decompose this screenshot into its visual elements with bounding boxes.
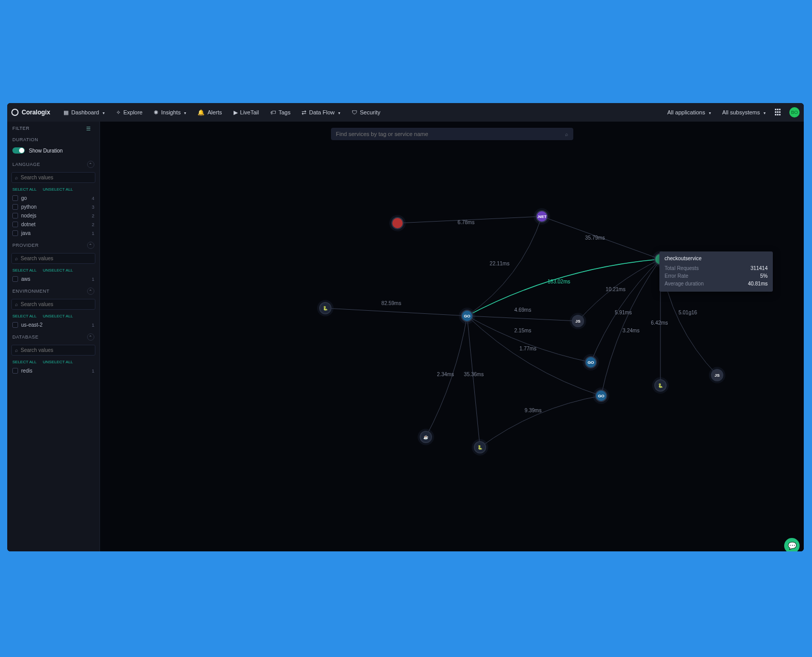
apps-grid-button[interactable] [772, 106, 785, 119]
edge-latency-label: 35.79ms [585, 235, 605, 241]
nav-security[interactable]: 🛡 Security [346, 106, 386, 119]
database-search[interactable]: ⌕ [11, 345, 95, 356]
checkbox-icon[interactable] [12, 230, 18, 236]
graph-node[interactable]: 🐍 [654, 379, 667, 392]
tooltip-row: Error Rate5% [665, 272, 768, 280]
language-item[interactable]: go4 [7, 194, 100, 203]
edge-latency-label: 22.11ms [490, 261, 509, 266]
provider-search[interactable]: ⌕ [11, 253, 95, 264]
checkbox-icon[interactable] [12, 276, 18, 282]
flow-icon: ⇄ [302, 109, 306, 116]
graph-node[interactable]: GO [461, 310, 473, 322]
user-avatar[interactable]: BO [789, 107, 800, 117]
language-item[interactable]: java1 [7, 229, 100, 238]
database-label: redis [21, 368, 32, 374]
brand[interactable]: Coralogix [11, 109, 50, 116]
show-duration-label: Show Duration [29, 148, 63, 154]
language-count: 2 [92, 222, 94, 227]
database-unselect-all[interactable]: UNSELECT ALL [43, 360, 73, 364]
graph-node[interactable] [391, 217, 404, 229]
language-count: 3 [92, 205, 94, 210]
grid-icon: ▦ [63, 109, 69, 116]
collapse-icon[interactable]: ⌃ [87, 242, 94, 249]
graph-node[interactable]: 🐍 [474, 441, 486, 453]
provider-unselect-all[interactable]: UNSELECT ALL [43, 268, 73, 273]
language-select-all[interactable]: SELECT ALL [12, 187, 37, 192]
graph-edge [467, 316, 578, 321]
environment-heading: ENVIRONMENT [12, 289, 49, 294]
database-select-all[interactable]: SELECT ALL [12, 360, 37, 364]
nav-tags[interactable]: 🏷 Tags [265, 106, 295, 119]
chat-fab[interactable]: 💬 [784, 538, 800, 551]
checkbox-icon[interactable] [12, 213, 18, 218]
graph-node[interactable]: JS [711, 369, 723, 381]
environment-search[interactable]: ⌕ [11, 299, 95, 310]
graph-node[interactable]: GO [595, 390, 607, 402]
play-icon: ▶ [234, 109, 238, 116]
graph-node[interactable]: .NET [536, 210, 548, 223]
nav-alerts[interactable]: 🔔 Alerts [192, 106, 227, 119]
tag-icon: 🏷 [270, 109, 276, 115]
graph-node[interactable]: 🐍 [319, 302, 332, 314]
graph-node[interactable]: GO [585, 356, 597, 368]
chevron-down-icon [708, 109, 711, 115]
subsystems-dropdown[interactable]: All subsystems [717, 106, 771, 119]
collapse-icon[interactable]: ⌃ [87, 333, 94, 341]
tooltip-row: Total Requests311414 [665, 264, 768, 272]
edge-latency-label: 9.39ms [525, 408, 542, 413]
edge-latency-label: 2.15ms [515, 328, 532, 333]
filter-sidebar: FILTER DURATION Show Duration LANGUAGE ⌃… [7, 122, 100, 551]
collapse-icon[interactable]: ⌃ [87, 161, 94, 168]
language-item[interactable]: dotnet2 [7, 220, 100, 229]
language-item[interactable]: nodejs2 [7, 211, 100, 220]
edge-latency-label: 5.91ms [615, 310, 632, 315]
search-icon: ⌕ [15, 175, 18, 180]
applications-dropdown[interactable]: All applications [662, 106, 716, 119]
nav-insights[interactable]: ✺ Insights [148, 106, 191, 119]
filter-collapse-icon[interactable] [86, 126, 94, 131]
language-search[interactable]: ⌕ [11, 172, 95, 183]
graph-node[interactable]: JS [572, 315, 584, 327]
environment-select-all[interactable]: SELECT ALL [12, 314, 37, 318]
database-item[interactable]: redis1 [7, 366, 100, 375]
compass-icon: ✧ [116, 109, 121, 116]
language-unselect-all[interactable]: UNSELECT ALL [43, 187, 73, 192]
checkbox-icon[interactable] [12, 195, 18, 201]
collapse-icon[interactable]: ⌃ [87, 288, 94, 295]
tooltip-title: checkoutservice [665, 256, 768, 261]
chevron-down-icon [102, 109, 105, 115]
nav-livetail[interactable]: ▶ LiveTail [228, 106, 264, 119]
environment-unselect-all[interactable]: UNSELECT ALL [43, 314, 73, 318]
language-heading: LANGUAGE [12, 162, 40, 167]
nav-explore[interactable]: ✧ Explore [111, 106, 147, 119]
edge-latency-label: 2.34ms [437, 372, 454, 377]
graph-node[interactable]: ☕ [420, 431, 432, 443]
chevron-down-icon [183, 109, 186, 115]
language-count: 1 [92, 231, 94, 236]
nav-dataflow[interactable]: ⇄ Data Flow [296, 106, 345, 119]
database-heading: DATABASE [12, 334, 39, 340]
edge-latency-label: 35.36ms [464, 372, 484, 377]
provider-select-all[interactable]: SELECT ALL [12, 268, 37, 273]
language-label: go [21, 195, 27, 201]
edge-latency-label: 6.78ms [458, 220, 475, 225]
search-icon: ⌕ [15, 301, 18, 307]
nav-dashboard[interactable]: ▦ Dashboard [58, 106, 110, 119]
chat-icon: 💬 [788, 542, 797, 550]
checkbox-icon[interactable] [12, 322, 18, 328]
language-label: java [21, 230, 30, 236]
provider-item[interactable]: aws1 [7, 275, 100, 283]
environment-item[interactable]: us-east-21 [7, 321, 100, 329]
edge-latency-label: 10.21ms [606, 287, 625, 292]
language-label: dotnet [21, 222, 36, 227]
checkbox-icon[interactable] [12, 204, 18, 210]
service-map-canvas[interactable]: ⌕ .NET🐍GOJSGOGO🐍JS☕🐍 6.78ms35.79ms22.11m… [100, 122, 804, 551]
checkbox-icon[interactable] [12, 222, 18, 227]
language-label: python [21, 204, 37, 210]
checkbox-icon[interactable] [12, 368, 18, 374]
duration-heading: DURATION [7, 133, 100, 144]
chevron-down-icon [763, 109, 766, 115]
language-item[interactable]: python3 [7, 203, 100, 211]
top-nav: Coralogix ▦ Dashboard ✧ Explore ✺ Insigh… [7, 103, 804, 122]
show-duration-toggle[interactable] [12, 147, 25, 154]
